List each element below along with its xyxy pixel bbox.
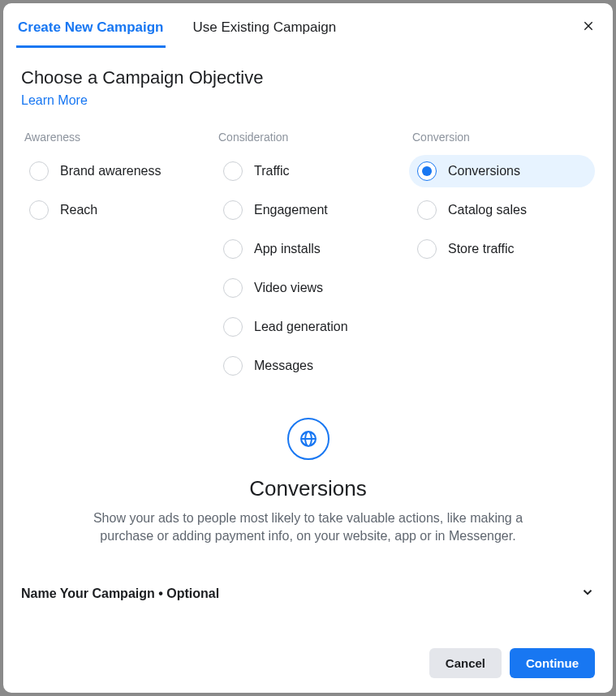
- column-title-consideration: Consideration: [215, 131, 401, 144]
- radio-icon: [417, 161, 437, 181]
- objective-catalog-sales[interactable]: Catalog sales: [409, 194, 595, 226]
- objective-lead-generation[interactable]: Lead generation: [215, 311, 401, 343]
- modal-body[interactable]: Choose a Campaign Objective Learn More A…: [3, 48, 613, 637]
- radio-icon: [223, 317, 243, 337]
- tab-create-new[interactable]: Create New Campaign: [16, 11, 166, 48]
- modal-footer: Cancel Continue: [3, 637, 613, 693]
- globe-icon: [287, 418, 330, 460]
- radio-icon: [29, 200, 49, 220]
- tab-bar: Create New Campaign Use Existing Campaig…: [16, 11, 364, 48]
- objective-label: App installs: [254, 242, 321, 256]
- close-button[interactable]: [579, 18, 598, 37]
- learn-more-link[interactable]: Learn More: [21, 93, 88, 108]
- column-conversion: Conversion Conversions Catalog sales Sto…: [409, 131, 595, 389]
- radio-icon: [417, 200, 437, 220]
- column-title-conversion: Conversion: [409, 131, 595, 144]
- radio-icon: [223, 356, 243, 376]
- objective-label: Catalog sales: [448, 203, 527, 217]
- chevron-down-icon: [580, 585, 595, 603]
- objective-messages[interactable]: Messages: [215, 350, 401, 382]
- radio-icon: [417, 239, 437, 259]
- radio-icon: [223, 278, 243, 298]
- detail-description: Show your ads to people most likely to t…: [81, 509, 536, 544]
- objective-conversions[interactable]: Conversions: [409, 155, 595, 187]
- objective-label: Store traffic: [448, 242, 515, 256]
- modal-header: Create New Campaign Use Existing Campaig…: [3, 3, 613, 48]
- objective-label: Reach: [60, 203, 97, 217]
- objective-label: Brand awareness: [60, 164, 162, 178]
- radio-icon: [223, 200, 243, 220]
- objective-label: Messages: [254, 359, 313, 373]
- objective-reach[interactable]: Reach: [21, 194, 207, 226]
- objective-app-installs[interactable]: App installs: [215, 233, 401, 265]
- page-title: Choose a Campaign Objective: [21, 67, 595, 88]
- campaign-modal: Create New Campaign Use Existing Campaig…: [3, 3, 613, 693]
- tab-use-existing[interactable]: Use Existing Campaign: [192, 11, 338, 48]
- objective-traffic[interactable]: Traffic: [215, 155, 401, 187]
- close-icon: [582, 19, 595, 36]
- collapsible-label: Name Your Campaign • Optional: [21, 586, 219, 601]
- objective-label: Traffic: [254, 164, 290, 178]
- column-title-awareness: Awareness: [21, 131, 207, 144]
- name-campaign-section[interactable]: Name Your Campaign • Optional: [21, 577, 595, 611]
- objective-label: Lead generation: [254, 320, 348, 334]
- radio-icon: [29, 161, 49, 181]
- continue-button[interactable]: Continue: [510, 648, 595, 678]
- objective-brand-awareness[interactable]: Brand awareness: [21, 155, 207, 187]
- radio-icon: [223, 239, 243, 259]
- column-awareness: Awareness Brand awareness Reach: [21, 131, 207, 389]
- objective-label: Video views: [254, 281, 323, 295]
- objective-store-traffic[interactable]: Store traffic: [409, 233, 595, 265]
- radio-icon: [223, 161, 243, 181]
- objective-video-views[interactable]: Video views: [215, 272, 401, 304]
- column-consideration: Consideration Traffic Engagement App ins…: [215, 131, 401, 389]
- objective-label: Conversions: [448, 164, 520, 178]
- objective-detail: Conversions Show your ads to people most…: [81, 418, 536, 544]
- objective-columns: Awareness Brand awareness Reach Consider…: [21, 131, 595, 389]
- detail-title: Conversions: [81, 476, 536, 501]
- objective-label: Engagement: [254, 203, 328, 217]
- cancel-button[interactable]: Cancel: [429, 648, 502, 678]
- objective-engagement[interactable]: Engagement: [215, 194, 401, 226]
